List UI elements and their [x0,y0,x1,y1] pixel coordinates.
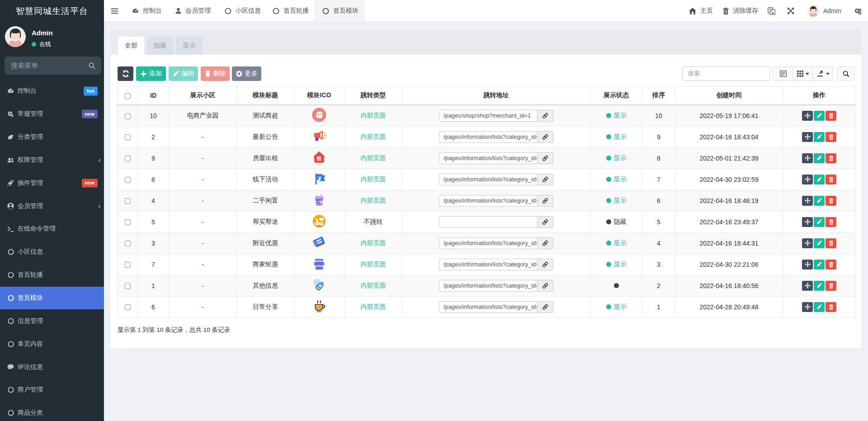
svg-text:二手: 二手 [316,200,324,205]
svg-text:¥: ¥ [318,175,321,182]
svg-text:租: 租 [316,156,322,161]
svg-text:A: A [771,10,774,14]
